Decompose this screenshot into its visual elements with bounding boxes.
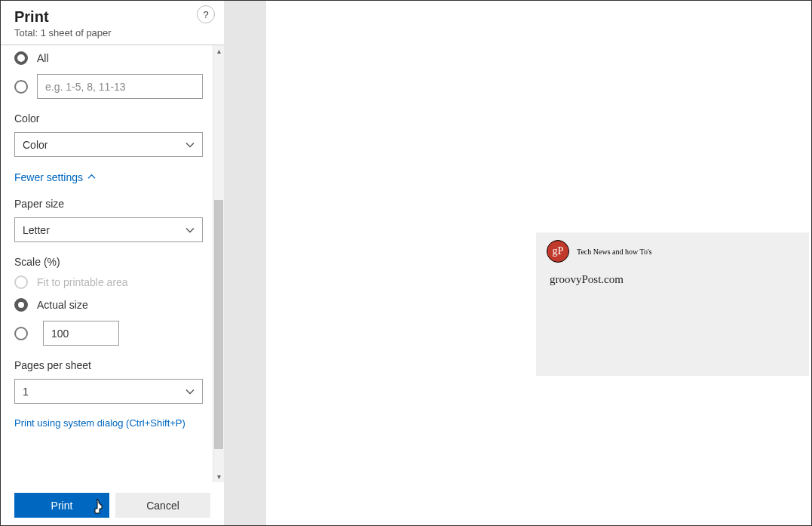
scale-custom-input[interactable]: [43, 321, 119, 346]
preview-header: gP Tech News and how To's: [536, 232, 809, 263]
site-logo-icon: gP: [547, 240, 569, 263]
pages-range-option[interactable]: [14, 74, 210, 99]
paper-size-value: Letter: [23, 224, 50, 236]
site-name: groovyPost.com: [536, 263, 809, 286]
pages-all-option[interactable]: All: [14, 51, 210, 65]
pages-range-input[interactable]: [37, 74, 203, 99]
radio-icon: [14, 80, 28, 94]
pages-all-label: All: [37, 52, 49, 64]
settings-scroll-area: All Color Color Fewer settings: [1, 45, 224, 482]
radio-icon: [14, 275, 28, 289]
scale-custom-option[interactable]: [14, 321, 210, 346]
radio-icon: [14, 298, 28, 312]
pps-value: 1: [23, 386, 29, 398]
sidebar-header: Print Total: 1 sheet of paper ?: [1, 1, 224, 45]
dialog-footer: Print Cancel: [1, 482, 224, 525]
fewer-settings-toggle[interactable]: Fewer settings: [14, 171, 96, 183]
chevron-down-icon: [185, 226, 195, 235]
preview-gutter: [224, 1, 266, 525]
chevron-down-icon: [185, 140, 195, 149]
paper-size-label: Paper size: [14, 198, 210, 210]
color-select[interactable]: Color: [14, 132, 203, 157]
print-preview: gP Tech News and how To's groovyPost.com: [266, 1, 811, 525]
color-value: Color: [23, 139, 47, 151]
scroll-down-icon[interactable]: ▾: [215, 472, 223, 481]
print-button[interactable]: Print: [14, 493, 109, 518]
scale-label: Scale (%): [14, 256, 210, 268]
dialog-title: Print: [14, 8, 210, 26]
scale-actual-option[interactable]: Actual size: [14, 298, 210, 312]
scale-actual-label: Actual size: [37, 299, 88, 311]
fewer-settings-label: Fewer settings: [14, 171, 83, 183]
scale-fit-option[interactable]: Fit to printable area: [14, 275, 210, 289]
chevron-down-icon: [185, 387, 195, 396]
chevron-up-icon: [87, 171, 96, 183]
system-dialog-link[interactable]: Print using system dialog (Ctrl+Shift+P): [14, 417, 185, 429]
settings-content: All Color Color Fewer settings: [1, 45, 224, 482]
paper-size-select[interactable]: Letter: [14, 217, 203, 242]
scrollbar[interactable]: ▴ ▾: [213, 45, 224, 482]
pps-select[interactable]: 1: [14, 379, 203, 404]
preview-page: gP Tech News and how To's groovyPost.com: [536, 232, 809, 376]
radio-icon: [14, 327, 28, 340]
help-button[interactable]: ?: [197, 5, 215, 23]
pps-label: Pages per sheet: [14, 359, 210, 371]
scroll-up-icon[interactable]: ▴: [215, 47, 223, 55]
sheet-count: Total: 1 sheet of paper: [14, 27, 210, 38]
color-label: Color: [14, 112, 210, 125]
site-tagline: Tech News and how To's: [577, 248, 652, 256]
scrollbar-thumb[interactable]: [214, 200, 223, 449]
radio-icon: [14, 51, 28, 65]
scale-fit-label: Fit to printable area: [37, 276, 128, 288]
cancel-button[interactable]: Cancel: [115, 493, 210, 518]
print-sidebar: Print Total: 1 sheet of paper ? All Colo…: [1, 1, 224, 525]
cursor-icon: [93, 498, 106, 515]
